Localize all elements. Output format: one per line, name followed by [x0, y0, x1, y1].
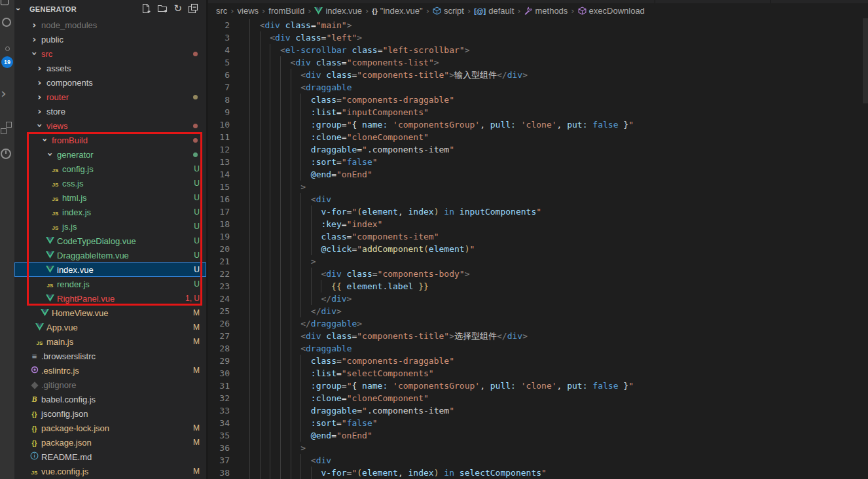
extensions-icon[interactable] — [1, 128, 7, 134]
tree-item-.gitignore[interactable]: .gitignore — [14, 378, 206, 392]
code-line[interactable]: 18:key="index" — [208, 218, 868, 230]
tree-item-components[interactable]: ›components — [14, 75, 206, 90]
breadcrumb-item[interactable]: fromBuild — [268, 6, 304, 16]
search-icon[interactable] — [2, 18, 11, 27]
breadcrumb-item[interactable]: views — [238, 6, 259, 16]
code-line[interactable]: 12draggable=".components-item" — [208, 143, 868, 156]
code-line[interactable]: 15> — [208, 181, 868, 193]
code-line[interactable]: 7<draggable — [208, 81, 868, 94]
code-line[interactable]: 2<div class="main"> — [208, 19, 868, 31]
code-line[interactable]: 21> — [208, 255, 868, 268]
tree-item-render.js[interactable]: JSrender.jsU — [14, 277, 206, 291]
code-line[interactable]: 5<div class="components-list"> — [208, 56, 868, 69]
code-line[interactable]: 11:clone="cloneComponent" — [208, 131, 868, 143]
breadcrumb-item[interactable]: methods — [524, 6, 568, 16]
code-line[interactable]: 35@end="onEnd" — [208, 429, 868, 442]
tree-item-babel.config.js[interactable]: Bbabel.config.js — [14, 392, 206, 406]
breadcrumb-item[interactable]: execDownload — [578, 6, 645, 16]
source-control-icon[interactable] — [5, 46, 10, 51]
code-line[interactable]: 29class="components-draggable" — [208, 355, 868, 367]
tree-item-config.js[interactable]: JSconfig.jsU — [14, 162, 206, 176]
tree-item-main.js[interactable]: JSmain.jsM — [14, 334, 206, 349]
code-line[interactable]: 13:sort="false" — [208, 156, 868, 168]
sidebar-divider[interactable] — [206, 0, 208, 479]
code-area[interactable]: 2<div class="main">3<div class="left">4<… — [208, 19, 868, 479]
code-line[interactable]: 26</draggable> — [208, 317, 868, 330]
tree-item-RightPanel.vue[interactable]: RightPanel.vue1, U — [14, 291, 206, 306]
tree-item-public[interactable]: ›public — [14, 32, 206, 46]
code-line[interactable]: 37<div — [208, 454, 868, 467]
code-line[interactable]: 17v-for="(element, index) in inputCompon… — [208, 205, 868, 218]
tree-item-package-lock.json[interactable]: {}package-lock.jsonM — [14, 421, 206, 435]
code-line[interactable]: 27<div class="components-title">选择型组件</d… — [208, 330, 868, 342]
tree-item-views[interactable]: ›views — [14, 118, 206, 133]
line-number: 25 — [208, 305, 232, 317]
tree-item-index.js[interactable]: JSindex.jsU — [14, 205, 206, 219]
git-status-badge: U — [194, 193, 200, 202]
tree-item-HomeView.vue[interactable]: HomeView.vueM — [14, 306, 206, 320]
tree-item-store[interactable]: ›store — [14, 104, 206, 118]
refresh-icon[interactable]: ↻ — [173, 3, 182, 16]
code-line[interactable]: 38v-for="(element, index) in selectCompo… — [208, 467, 868, 479]
chevron-down-icon[interactable]: › — [14, 8, 23, 10]
run-debug-icon[interactable]: › — [1, 85, 7, 101]
tree-item-.eslintrc.js[interactable]: .eslintrc.jsM — [14, 363, 206, 378]
tree-item-html.js[interactable]: JShtml.jsU — [14, 190, 206, 205]
tree-item-CodeTypeDialog.vue[interactable]: CodeTypeDialog.vueU — [14, 234, 206, 248]
code-line[interactable]: 23{{ element.label }} — [208, 280, 868, 293]
breadcrumb-item[interactable]: script — [433, 6, 464, 16]
code-line[interactable]: 16<div — [208, 193, 868, 205]
tree-item-css.js[interactable]: JScss.jsU — [14, 176, 206, 190]
breadcrumb-item[interactable]: [@]default — [474, 6, 514, 16]
tree-item-package.json[interactable]: {}package.jsonM — [14, 435, 206, 450]
collapse-all-icon[interactable] — [188, 3, 198, 16]
tree-item-fromBuild[interactable]: ›fromBuild — [14, 133, 206, 147]
tree-item-js.js[interactable]: JSjs.jsU — [14, 219, 206, 234]
code-line[interactable]: 19class="components-item" — [208, 230, 868, 243]
code-line[interactable]: 22<div class="components-body"> — [208, 268, 868, 280]
tree-item-node_modules[interactable]: ›node_modules — [14, 18, 206, 32]
git-status-badge: U — [194, 179, 200, 188]
code-line[interactable]: 34:sort="false" — [208, 417, 868, 429]
line-number: 30 — [208, 367, 232, 380]
tree-item-jsconfig.json[interactable]: {}jsconfig.json — [14, 406, 206, 421]
extensions-icon[interactable] — [6, 122, 12, 128]
tree-item-DraggableItem.vue[interactable]: DraggableItem.vueU — [14, 248, 206, 262]
tree-item-vue.config.js[interactable]: JSvue.config.jsM — [14, 464, 206, 478]
chevron-right-icon: › — [34, 78, 45, 88]
explorer-icon[interactable] — [1, 0, 9, 5]
tree-item-index.vue[interactable]: index.vueU — [14, 262, 206, 277]
tree-item-src[interactable]: ›src — [14, 46, 206, 61]
code-line[interactable]: 25</div> — [208, 305, 868, 317]
code-line[interactable]: 36> — [208, 442, 868, 454]
breadcrumb-item[interactable]: src — [216, 6, 227, 16]
tree-item-assets[interactable]: ›assets — [14, 61, 206, 75]
code-line[interactable]: 31:group="{ name: 'componentsGroup', pul… — [208, 380, 868, 392]
code-line[interactable]: 32:clone="cloneComponent" — [208, 392, 868, 404]
new-folder-icon[interactable] — [157, 3, 168, 16]
line-number: 38 — [208, 467, 232, 479]
code-line[interactable]: 9:list="inputComponents" — [208, 106, 868, 118]
line-number: 16 — [208, 193, 232, 205]
breadcrumb-item[interactable]: {}"index.vue" — [372, 6, 422, 16]
breadcrumb-item[interactable]: index.vue — [314, 6, 362, 16]
code-line[interactable]: 14@end="onEnd" — [208, 168, 868, 181]
editor-scrollbar[interactable] — [863, 18, 868, 103]
code-line[interactable]: 33draggable=".components-item" — [208, 404, 868, 417]
code-line[interactable]: 8class="components-draggable" — [208, 94, 868, 106]
tree-item-README.md[interactable]: README.md — [14, 450, 206, 464]
code-line[interactable]: 4<el-scrollbar class="left-scrollbar"> — [208, 44, 868, 56]
code-line[interactable]: 24</div> — [208, 293, 868, 305]
tree-item-generator[interactable]: ›generator — [14, 147, 206, 162]
tree-item-App.vue[interactable]: App.vueM — [14, 320, 206, 334]
tree-item-.browserslistrc[interactable]: ≡.browserslistrc — [14, 349, 206, 363]
code-line[interactable]: 3<div class="left"> — [208, 31, 868, 44]
account-icon[interactable] — [1, 149, 11, 159]
code-line[interactable]: 30:list="selectComponents" — [208, 367, 868, 380]
code-line[interactable]: 6<div class="components-title">输入型组件</di… — [208, 69, 868, 81]
tree-item-router[interactable]: ›router — [14, 90, 206, 104]
code-line[interactable]: 10:group="{ name: 'componentsGroup', pul… — [208, 118, 868, 131]
code-line[interactable]: 20@click="addComponent(element)" — [208, 243, 868, 255]
new-file-icon[interactable] — [141, 3, 151, 16]
code-line[interactable]: 28<draggable — [208, 342, 868, 355]
